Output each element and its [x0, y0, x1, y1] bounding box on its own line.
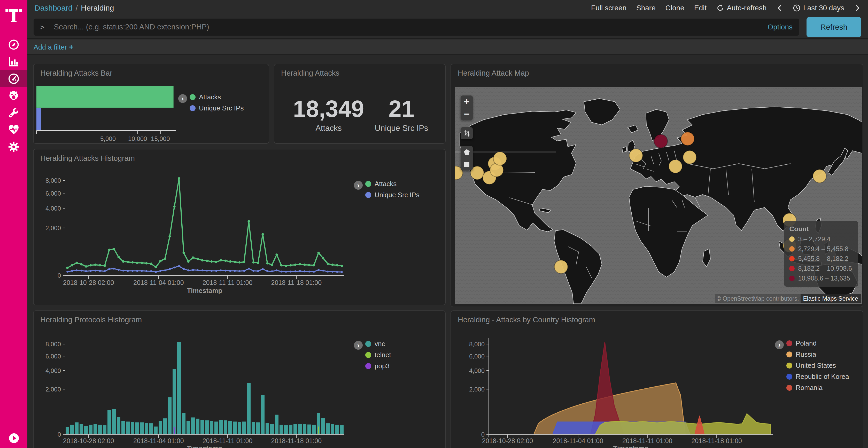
- data-point: [122, 261, 124, 263]
- data-point: [257, 262, 259, 264]
- map-draw-rectangle-button[interactable]: [461, 158, 473, 170]
- map-zoom-in-button[interactable]: +: [461, 96, 473, 108]
- legend-label: Russia: [796, 350, 816, 358]
- options-link[interactable]: Options: [768, 23, 793, 31]
- data-point: [178, 265, 180, 267]
- axis-label: 10,000: [128, 135, 147, 142]
- bar-vnc: [70, 425, 74, 434]
- legend-item[interactable]: Russia: [786, 350, 849, 358]
- legend-item[interactable]: telnet: [365, 351, 391, 359]
- refresh-button[interactable]: Refresh: [807, 17, 861, 37]
- data-point: [85, 265, 87, 268]
- map-fit-bounds-button[interactable]: [461, 127, 473, 139]
- menu-clone[interactable]: Clone: [665, 4, 684, 12]
- axis-label: 4,000: [469, 367, 485, 374]
- bar-vnc: [66, 427, 69, 434]
- axis-label: Timestamp: [187, 287, 222, 295]
- menu-share[interactable]: Share: [636, 4, 656, 12]
- dashboard-menu: Full screen Share Clone Edit Auto-refres…: [591, 4, 861, 12]
- bar-vnc: [256, 422, 260, 434]
- axis-label: 5,000: [100, 135, 116, 142]
- data-point: [80, 263, 83, 265]
- protocols-histogram-chart: 02,0004,0006,0008,0002018-10-28 02:00201…: [34, 311, 445, 448]
- sidebar-item-management[interactable]: [0, 138, 27, 156]
- legend-toggle-button[interactable]: ›: [178, 94, 187, 103]
- axis-label: 2018-11-11 01:00: [203, 437, 253, 444]
- data-point: [211, 270, 213, 272]
- data-point: [289, 271, 292, 273]
- bar-vnc: [210, 421, 213, 434]
- sidebar-item-dashboard[interactable]: [0, 70, 27, 87]
- metric-unique-src-ips: 21 Unique Src IPs: [370, 97, 432, 133]
- map-legend-item: 2,729.4 – 5,455.8: [789, 245, 852, 253]
- legend-item[interactable]: pop3: [365, 362, 391, 370]
- legend-item[interactable]: Attacks: [190, 93, 244, 101]
- bar-vnc: [154, 426, 158, 434]
- data-point: [75, 262, 78, 264]
- legend-toggle-button[interactable]: ›: [775, 340, 784, 349]
- legend-item[interactable]: United States: [786, 361, 849, 370]
- map-zoom-out-button[interactable]: −: [461, 108, 473, 120]
- axis-label: 2,000: [45, 225, 61, 232]
- breadcrumb-dashboard-link[interactable]: Dashboard: [35, 4, 72, 12]
- elastic-maps-service-link[interactable]: Elastic Maps Service: [801, 294, 861, 303]
- legend-item[interactable]: vnc: [365, 340, 391, 348]
- attack-location-dot: [681, 132, 694, 145]
- data-point: [280, 271, 282, 273]
- data-point: [113, 268, 115, 270]
- legend-toggle-button[interactable]: ›: [354, 341, 363, 350]
- menu-auto-refresh[interactable]: Auto-refresh: [716, 4, 767, 12]
- menu-full-screen[interactable]: Full screen: [591, 4, 626, 12]
- legend-item[interactable]: Romania: [786, 384, 849, 392]
- data-point: [340, 265, 343, 267]
- data-point: [304, 271, 306, 273]
- sidebar-item-monitoring[interactable]: [0, 121, 27, 138]
- world-map[interactable]: + −: [455, 87, 862, 304]
- legend-item[interactable]: Unique Src IPs: [365, 191, 419, 199]
- sidebar-item-visualize[interactable]: [0, 53, 27, 70]
- axis-label: 0: [58, 431, 61, 438]
- data-point: [159, 260, 161, 262]
- legend-item[interactable]: Unique Src IPs: [190, 104, 244, 112]
- search-input[interactable]: [54, 23, 762, 32]
- data-point: [322, 257, 324, 260]
- crop-icon: [463, 130, 470, 137]
- map-controls: + −: [461, 96, 473, 170]
- data-point: [308, 271, 310, 273]
- attack-location-dot: [669, 160, 682, 173]
- bar-vnc: [261, 395, 265, 434]
- data-point: [71, 270, 73, 272]
- data-point: [294, 271, 296, 273]
- data-point: [94, 270, 96, 272]
- data-point: [247, 220, 250, 222]
- legend-item[interactable]: Attacks: [365, 180, 419, 188]
- axis-label: 2018-11-11 01:00: [203, 279, 253, 286]
- data-point: [266, 262, 269, 265]
- data-point: [168, 235, 171, 237]
- add-filter-link[interactable]: Add a filter+: [34, 43, 74, 51]
- legend-toggle-button[interactable]: ›: [354, 181, 363, 190]
- bar-vnc: [289, 425, 292, 434]
- sidebar-item-honeypot[interactable]: [0, 87, 27, 104]
- time-next-button[interactable]: [854, 4, 861, 12]
- axis-label: 6,000: [469, 353, 485, 360]
- data-point: [271, 271, 273, 273]
- legend-label: Unique Src IPs: [199, 104, 244, 112]
- time-previous-button[interactable]: [776, 4, 783, 12]
- bar-vnc: [298, 424, 302, 434]
- sidebar-item-discover[interactable]: [0, 36, 27, 53]
- map-legend-item: 5,455.8 – 8,182.2: [789, 255, 852, 263]
- sidebar-expand-button[interactable]: [9, 433, 19, 443]
- data-point: [85, 270, 87, 272]
- data-point: [239, 270, 241, 272]
- bar-vnc: [331, 424, 334, 434]
- legend-item[interactable]: Republic of Korea: [786, 373, 849, 381]
- time-picker[interactable]: Last 30 days: [793, 4, 844, 12]
- rectangle-icon: [463, 161, 470, 168]
- legend-item[interactable]: Poland: [786, 339, 849, 347]
- map-legend-range: 8,182.2 – 10,908.6: [798, 265, 852, 272]
- map-legend-range: 2,729.4 – 5,455.8: [798, 245, 848, 253]
- sidebar-item-devtools[interactable]: [0, 104, 27, 121]
- menu-edit[interactable]: Edit: [694, 4, 707, 12]
- map-draw-polygon-button[interactable]: [461, 146, 473, 158]
